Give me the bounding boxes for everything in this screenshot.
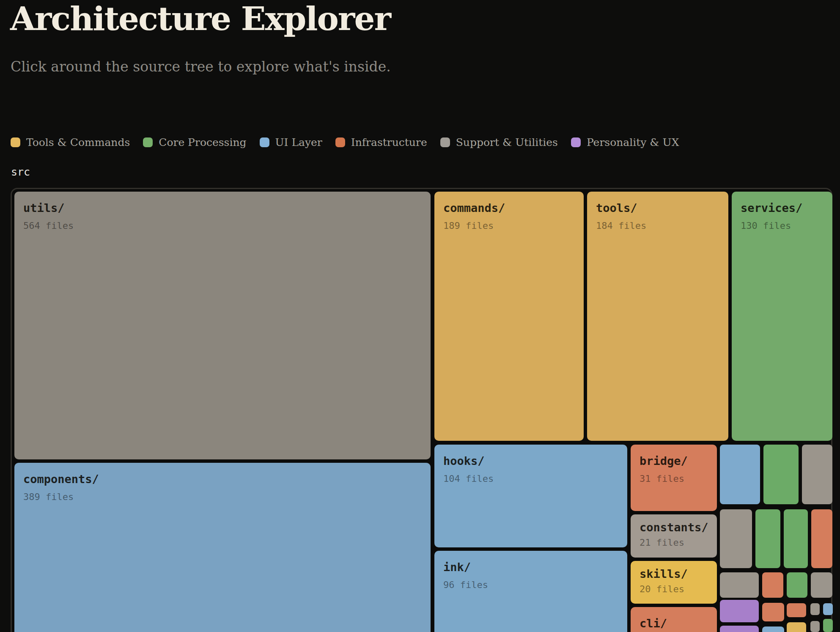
tile-file-count: 130 files [741,220,824,231]
legend-label: Tools & Commands [26,136,130,148]
tile-label: hooks/ [443,454,618,468]
treemap-tile-small[interactable] [720,572,759,598]
tile-file-count: 20 files [640,584,708,594]
treemap-tile-small[interactable] [720,626,759,632]
legend-item-support-utilities: Support & Utilities [440,136,558,148]
treemap-tile-small[interactable] [762,627,784,632]
treemap-tile-small[interactable] [720,445,760,504]
tile-file-count: 564 files [23,220,422,231]
legend-item-tools-commands: Tools & Commands [11,136,130,148]
treemap-tile-small[interactable] [823,603,833,615]
legend-swatch-icon [11,137,20,147]
legend-label: UI Layer [275,136,322,148]
legend-swatch-icon [571,137,581,147]
treemap-tile-constants[interactable]: constants/ 21 files [631,514,717,558]
treemap-tile-ink[interactable]: ink/ 96 files [434,551,627,632]
tile-label: skills/ [640,567,708,581]
legend-label: Support & Utilities [456,136,558,148]
tile-label: utils/ [23,201,422,215]
tile-file-count: 389 files [23,492,422,502]
treemap-tile-small[interactable] [810,621,820,632]
tile-file-count: 21 files [640,537,708,548]
legend-swatch-icon [440,137,450,147]
legend-label: Infrastructure [351,136,427,148]
treemap-tile-small[interactable] [802,445,832,504]
page-subtitle: Click around the source tree to explore … [11,58,391,75]
legend-label: Core Processing [159,136,246,148]
tile-label: cli/ [640,616,708,631]
page-title: Architecture Explorer [10,0,390,39]
treemap-tile-small[interactable] [787,572,807,598]
treemap-tile-components[interactable]: components/ 389 files [14,463,431,632]
tile-label: components/ [23,472,422,486]
legend-swatch-icon [143,137,153,147]
treemap-tile-small[interactable] [762,603,784,621]
tile-label: constants/ [640,520,708,535]
treemap-tile-tools[interactable]: tools/ 184 files [587,192,728,441]
treemap-tile-hooks[interactable]: hooks/ 104 files [434,445,627,547]
legend-item-ui-layer: UI Layer [260,136,322,148]
tile-label: services/ [741,201,824,215]
tile-label: tools/ [596,201,719,215]
tile-label: commands/ [443,201,575,215]
treemap-tile-small[interactable] [763,445,799,504]
tile-file-count: 189 files [443,220,575,231]
treemap-tile-small[interactable] [755,509,780,568]
tile-file-count: 104 files [443,473,618,484]
legend-item-personality-ux: Personality & UX [571,136,679,148]
treemap-tile-small[interactable] [787,603,806,617]
treemap-tile-small[interactable] [811,509,832,568]
breadcrumb-root[interactable]: src [11,166,30,178]
treemap-tile-utils[interactable]: utils/ 564 files [14,192,431,459]
legend-item-core-processing: Core Processing [143,136,246,148]
tile-label: bridge/ [640,454,708,468]
treemap-tile-skills[interactable]: skills/ 20 files [631,561,717,604]
treemap-tile-small[interactable] [784,509,808,568]
legend: Tools & Commands Core Processing UI Laye… [11,136,679,148]
tile-label: ink/ [443,560,618,574]
treemap-tile-commands[interactable]: commands/ 189 files [434,192,584,441]
treemap-tile-small[interactable] [810,603,820,615]
treemap-tile-cli[interactable]: cli/ [631,607,717,632]
treemap: utils/ 564 files commands/ 189 files too… [11,188,832,632]
legend-swatch-icon [260,137,269,147]
legend-label: Personality & UX [587,136,679,148]
treemap-tile-small[interactable] [762,572,783,598]
tile-file-count: 31 files [640,473,708,484]
tile-file-count: 96 files [443,580,618,590]
treemap-tile-small[interactable] [811,572,832,598]
treemap-tile-small[interactable] [720,600,759,622]
legend-swatch-icon [335,137,345,147]
treemap-tile-bridge[interactable]: bridge/ 31 files [631,445,717,511]
treemap-tile-small[interactable] [720,509,752,568]
treemap-tile-small[interactable] [787,622,806,632]
tile-file-count: 184 files [596,220,719,231]
treemap-tile-services[interactable]: services/ 130 files [732,192,832,441]
legend-item-infrastructure: Infrastructure [335,136,427,148]
treemap-tile-small[interactable] [823,619,833,632]
